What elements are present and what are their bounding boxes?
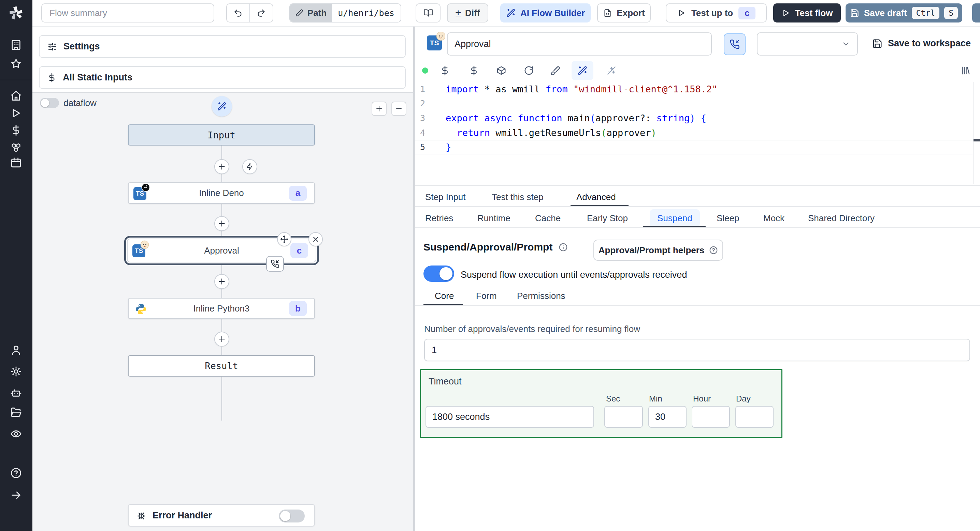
- tab-step-input[interactable]: Step Input: [425, 192, 466, 203]
- tab-suspend[interactable]: Suspend: [650, 209, 700, 227]
- collapse-arrow-right-icon[interactable]: [10, 490, 22, 501]
- deploy-button-clipped[interactable]: [972, 3, 980, 22]
- dataflow-toggle[interactable]: [40, 98, 59, 108]
- suspend-enable-toggle[interactable]: [423, 265, 454, 282]
- subtabs-border: [415, 227, 980, 228]
- test-up-to-step-badge: c: [738, 7, 756, 19]
- flow-node-result[interactable]: Result: [128, 355, 315, 377]
- path-group: Path u/henri/bes: [290, 3, 401, 22]
- tab-test-this-step[interactable]: Test this step: [492, 192, 544, 203]
- folders-icon[interactable]: [10, 407, 22, 418]
- tab-shared-directory[interactable]: Shared Directory: [808, 213, 875, 223]
- runs-play-icon[interactable]: [10, 107, 22, 119]
- delete-step-button[interactable]: [309, 232, 323, 246]
- add-resource-button[interactable]: [469, 65, 479, 76]
- info-icon[interactable]: [558, 243, 568, 252]
- test-flow-button[interactable]: Test flow: [773, 3, 841, 22]
- tab-core[interactable]: Core: [435, 291, 454, 301]
- typescript-icon: TS: [427, 35, 442, 51]
- help-icon[interactable]: [10, 467, 22, 479]
- insert-step-button[interactable]: [214, 159, 229, 174]
- timeout-section: Timeout Sec Min Hour Day: [420, 369, 783, 438]
- users-icon[interactable]: [10, 344, 22, 356]
- book-open-icon: [423, 8, 433, 18]
- flow-settings-button[interactable]: Settings: [39, 35, 406, 58]
- graph-ai-button[interactable]: [212, 96, 232, 117]
- variables-dollar-icon[interactable]: [10, 124, 22, 136]
- tab-runtime[interactable]: Runtime: [477, 213, 511, 223]
- export-label: Export: [617, 8, 644, 18]
- suspend-step-badge: [266, 256, 284, 272]
- timeout-value-input[interactable]: [425, 406, 594, 428]
- timeout-min-input[interactable]: [648, 406, 687, 428]
- approval-prompt-helpers-button[interactable]: Approval/Prompt helpers: [593, 239, 723, 261]
- sidebar-divider: [0, 80, 32, 80]
- export-button[interactable]: Export: [597, 3, 651, 22]
- diff-button[interactable]: ± Diff: [447, 3, 488, 22]
- kbd-s: S: [944, 7, 958, 19]
- error-handler-toggle[interactable]: [279, 510, 305, 523]
- settings-gear-icon[interactable]: [10, 366, 22, 377]
- plus-icon: [217, 277, 226, 286]
- reload-button[interactable]: [524, 65, 534, 76]
- ai-fix-button[interactable]: [606, 65, 617, 76]
- flow-node-inline-deno[interactable]: TS Inline Deno a: [128, 182, 315, 204]
- insert-step-button[interactable]: [214, 274, 229, 289]
- all-static-inputs-button[interactable]: All Static Inputs: [39, 66, 406, 89]
- redo-button[interactable]: [250, 4, 273, 22]
- tab-form[interactable]: Form: [476, 291, 497, 301]
- workspace-building-icon[interactable]: [10, 39, 22, 51]
- format-brush-button[interactable]: [550, 65, 560, 76]
- tab-mock[interactable]: Mock: [763, 213, 784, 223]
- code-editor[interactable]: 1import * as wmill from "windmill-client…: [415, 82, 980, 184]
- workers-bot-icon[interactable]: [10, 387, 22, 399]
- step-name-input[interactable]: [447, 32, 712, 55]
- home-icon[interactable]: [10, 90, 22, 101]
- path-value[interactable]: u/henri/bes: [332, 4, 401, 22]
- timeout-day-input[interactable]: [735, 406, 773, 428]
- move-step-button[interactable]: [277, 232, 291, 246]
- flow-summary-input[interactable]: [41, 3, 214, 22]
- error-handler-node[interactable]: Error Handler: [128, 504, 315, 526]
- audit-eye-icon[interactable]: [10, 428, 22, 440]
- minus-icon: [395, 105, 403, 113]
- resources-boxes-icon[interactable]: [10, 142, 22, 153]
- path-button[interactable]: Path: [290, 4, 332, 22]
- test-flow-label: Test flow: [795, 8, 833, 18]
- tab-permissions[interactable]: Permissions: [517, 291, 565, 301]
- timeout-hour-input[interactable]: [692, 406, 730, 428]
- tab-advanced[interactable]: Advanced: [576, 192, 616, 203]
- approvals-count-input[interactable]: [424, 339, 970, 361]
- tab-retries[interactable]: Retries: [425, 213, 453, 223]
- windmill-logo[interactable]: [8, 5, 25, 22]
- package-button[interactable]: [496, 65, 506, 76]
- suspend-phone-button[interactable]: [724, 33, 746, 55]
- add-variable-button[interactable]: [440, 65, 450, 76]
- tab-early-stop[interactable]: Early Stop: [587, 213, 628, 223]
- zoom-in-button[interactable]: [372, 101, 387, 116]
- schedules-calendar-icon[interactable]: [10, 157, 22, 168]
- workspace-script-dropdown[interactable]: [757, 32, 858, 55]
- code-editor-lines[interactable]: 1import * as wmill from "windmill-client…: [415, 82, 980, 154]
- tab-sleep[interactable]: Sleep: [717, 213, 740, 223]
- insert-step-button[interactable]: [214, 216, 229, 231]
- test-up-to-label: Test up to: [691, 8, 733, 18]
- zoom-out-button[interactable]: [391, 101, 406, 116]
- insert-step-button[interactable]: [214, 331, 229, 347]
- typescript-icon: TS: [132, 244, 145, 257]
- flow-node-inline-python3[interactable]: Inline Python3 b: [128, 298, 315, 319]
- undo-button[interactable]: [227, 4, 250, 22]
- save-draft-button[interactable]: Save draft Ctrl S: [846, 3, 962, 22]
- flow-node-input[interactable]: Input: [128, 124, 315, 146]
- library-panel-icon[interactable]: [960, 65, 970, 76]
- refresh-icon: [524, 65, 534, 76]
- ai-flow-builder-button[interactable]: AI Flow Builder: [500, 3, 591, 22]
- favorites-star-icon[interactable]: [10, 58, 22, 70]
- add-trigger-button[interactable]: [242, 159, 257, 174]
- ai-assist-button[interactable]: [571, 61, 593, 80]
- timeout-sec-input[interactable]: [604, 406, 643, 428]
- save-to-workspace-button[interactable]: Save to workspace: [872, 38, 971, 49]
- test-up-to-button[interactable]: Test up to c: [666, 3, 767, 22]
- tab-cache[interactable]: Cache: [535, 213, 561, 223]
- docs-button[interactable]: [415, 3, 441, 22]
